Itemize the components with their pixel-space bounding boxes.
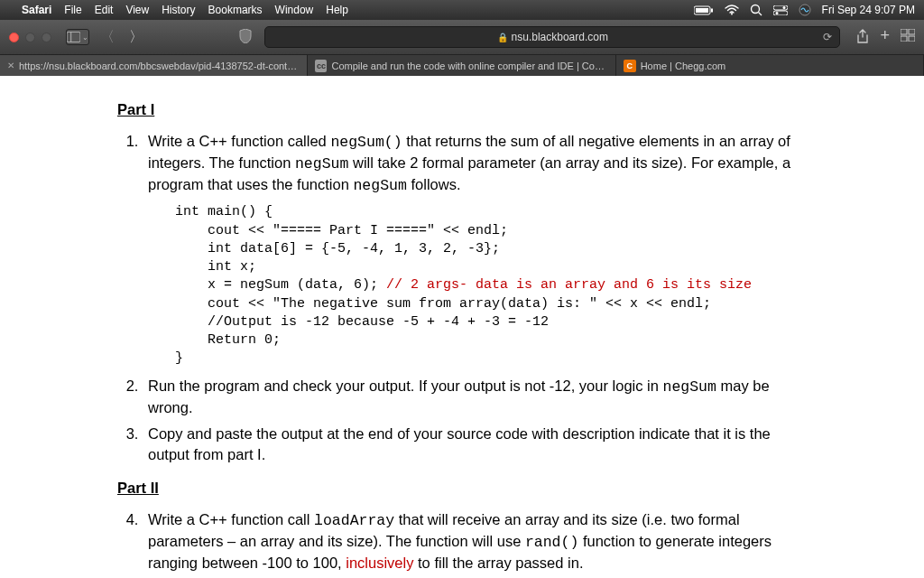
- menu-view[interactable]: View: [125, 4, 149, 16]
- menu-bookmarks[interactable]: Bookmarks: [208, 4, 263, 16]
- back-button[interactable]: 〈: [97, 28, 118, 47]
- menubar-datetime[interactable]: Fri Sep 24 9:07 PM: [822, 4, 915, 16]
- svg-point-4: [751, 5, 759, 14]
- question-1: Write a C++ function called negSum() tha…: [143, 131, 794, 368]
- svg-rect-16: [909, 36, 915, 42]
- svg-rect-6: [773, 5, 788, 10]
- chegg-favicon: C: [624, 60, 636, 72]
- maximize-window-button[interactable]: [42, 33, 51, 42]
- svg-rect-11: [67, 32, 80, 42]
- svg-point-3: [731, 13, 733, 14]
- tab-label: https://nsu.blackboard.com/bbcswebdav/pi…: [19, 61, 300, 71]
- window-controls: [9, 33, 51, 42]
- tab-overview-button[interactable]: [901, 29, 915, 46]
- tab-codechef[interactable]: cc Compile and run the code with online …: [308, 55, 615, 76]
- minimize-window-button[interactable]: [25, 33, 35, 42]
- lock-icon: 🔒: [497, 33, 508, 42]
- tab-close-icon[interactable]: ✕: [7, 61, 14, 70]
- macos-menubar: Safari File Edit View History Bookmarks …: [0, 0, 924, 20]
- control-center-icon[interactable]: [773, 5, 788, 15]
- tab-chegg[interactable]: C Home | Chegg.com: [616, 55, 924, 76]
- question-2: Run the program and check your output. I…: [143, 376, 794, 418]
- spotlight-icon[interactable]: [750, 4, 762, 16]
- document-content: Part I Write a C++ function called negSu…: [0, 76, 794, 578]
- menu-file[interactable]: File: [64, 4, 81, 16]
- tab-label: Compile and run the code with online com…: [331, 61, 607, 71]
- safari-toolbar: ⌄ 〈 〉 🔒 nsu.blackboard.com ⟳ +: [0, 20, 924, 54]
- tab-label: Home | Chegg.com: [641, 61, 726, 71]
- svg-point-7: [782, 6, 785, 9]
- app-menu[interactable]: Safari: [22, 4, 51, 16]
- svg-rect-13: [901, 29, 907, 34]
- tab-bar: ✕ https://nsu.blackboard.com/bbcswebdav/…: [0, 54, 924, 76]
- question-3: Copy and paste the output at the end of …: [143, 424, 794, 465]
- privacy-shield-icon[interactable]: [239, 29, 252, 46]
- close-window-button[interactable]: [9, 33, 19, 42]
- svg-point-9: [775, 12, 778, 14]
- svg-rect-8: [773, 11, 788, 15]
- share-button[interactable]: [856, 29, 869, 46]
- forward-button[interactable]: 〉: [125, 28, 147, 47]
- svg-rect-15: [901, 36, 907, 42]
- siri-icon[interactable]: [799, 4, 811, 16]
- address-bar[interactable]: 🔒 nsu.blackboard.com ⟳: [264, 26, 840, 48]
- battery-icon[interactable]: [694, 5, 714, 15]
- svg-rect-2: [711, 8, 713, 12]
- part2-heading: Part II: [117, 478, 794, 499]
- question-4: Write a C++ function call loadArray that…: [143, 509, 794, 573]
- codechef-favicon: cc: [315, 60, 327, 72]
- tab-blackboard[interactable]: ✕ https://nsu.blackboard.com/bbcswebdav/…: [0, 55, 308, 76]
- svg-rect-14: [909, 29, 915, 34]
- menu-help[interactable]: Help: [326, 4, 348, 16]
- new-tab-button[interactable]: +: [880, 29, 890, 46]
- url-text: nsu.blackboard.com: [512, 31, 608, 43]
- menu-window[interactable]: Window: [275, 4, 314, 16]
- sidebar-toggle-button[interactable]: ⌄: [66, 29, 89, 45]
- code-example: int main() { cout << "===== Part I =====…: [175, 203, 794, 368]
- menu-history[interactable]: History: [162, 4, 195, 16]
- svg-line-5: [758, 13, 762, 16]
- svg-rect-1: [696, 8, 708, 13]
- part1-heading: Part I: [117, 99, 794, 120]
- reload-button[interactable]: ⟳: [823, 31, 832, 43]
- wifi-icon[interactable]: [725, 5, 739, 15]
- menu-edit[interactable]: Edit: [95, 4, 114, 16]
